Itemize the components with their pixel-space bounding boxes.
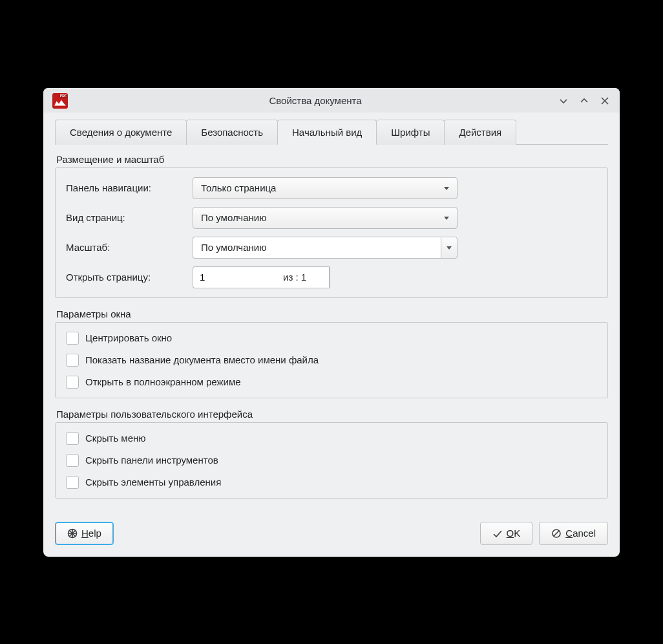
dialog-footer: Help OK Cancel [55,522,608,545]
chevron-up-icon [580,96,589,105]
chevron-down-icon [446,244,452,251]
group-label-ui: Параметры пользовательского интерфейса [56,409,608,420]
group-window: Центрировать окно Показать название доку… [55,322,608,398]
window-title: Свойства документа [73,95,558,106]
combo-zoom[interactable]: По умолчанию [193,237,458,259]
cancel-button[interactable]: Cancel [539,522,608,545]
combo-zoom-dropdown[interactable] [441,237,458,259]
svg-line-13 [554,531,559,536]
window-controls [558,95,611,107]
tab-document-info[interactable]: Сведения о документе [55,120,187,145]
checkbox-center-window[interactable] [66,332,79,345]
combo-page-layout[interactable]: По умолчанию [193,207,458,229]
chevron-down-icon [443,185,450,191]
group-label-layout: Размещение и масштаб [56,154,608,165]
chevron-down-icon [443,215,450,221]
minimize-button[interactable] [558,95,569,107]
app-icon [52,93,68,109]
label-hide-toolbars: Скрыть панели инструментов [85,455,218,466]
combo-page-layout-value: По умолчанию [201,212,266,223]
content-area: Сведения о документе Безопасность Началь… [43,113,620,557]
close-icon [600,96,609,105]
label-nav-panel: Панель навигации: [66,182,193,193]
checkbox-hide-toolbars[interactable] [66,454,79,467]
maximize-button[interactable] [578,95,590,107]
spin-open-page-input[interactable] [193,266,329,288]
help-button[interactable]: Help [55,522,114,545]
label-show-title: Показать название документа вместо имени… [85,354,319,365]
label-fullscreen: Открыть в полноэкранном режиме [85,376,241,387]
cancel-icon [551,528,562,539]
label-of-pages: из : 1 [283,272,306,283]
label-page-layout: Вид страниц: [66,212,193,223]
tab-bar: Сведения о документе Безопасность Началь… [55,119,608,145]
chevron-down-icon [559,96,568,105]
combo-nav-panel-value: Только страница [201,182,276,193]
svg-marker-4 [447,246,452,250]
dialog-window: Свойства документа Сведения о документе … [43,88,620,557]
checkbox-hide-controls[interactable] [66,476,79,489]
label-zoom: Масштаб: [66,242,193,253]
group-label-window: Параметры окна [56,308,608,319]
svg-marker-3 [444,217,449,220]
check-icon [492,528,503,539]
help-icon [67,528,78,539]
ok-button[interactable]: OK [480,522,533,545]
checkbox-hide-menu[interactable] [66,432,79,445]
label-hide-controls: Скрыть элементы управления [85,477,221,488]
tab-fonts[interactable]: Шрифты [376,120,445,145]
spin-open-page[interactable] [193,266,277,288]
combo-zoom-value[interactable]: По умолчанию [193,237,441,259]
combo-nav-panel[interactable]: Только страница [193,177,458,199]
ok-button-label: OK [507,528,521,539]
label-open-page: Открыть страницу: [66,272,193,283]
titlebar: Свойства документа [43,88,620,113]
close-button[interactable] [599,95,611,107]
tab-actions[interactable]: Действия [444,120,516,145]
label-hide-menu: Скрыть меню [85,433,146,444]
checkbox-show-title[interactable] [66,354,79,367]
group-ui: Скрыть меню Скрыть панели инструментов С… [55,422,608,499]
checkbox-fullscreen[interactable] [66,376,79,389]
svg-marker-2 [444,187,449,190]
group-layout: Панель навигации: Только страница Вид ст… [55,167,608,298]
help-button-label: Help [81,528,101,539]
tab-initial-view[interactable]: Начальный вид [277,120,377,145]
cancel-button-label: Cancel [565,528,596,539]
tab-security[interactable]: Безопасность [186,120,278,145]
label-center-window: Центрировать окно [85,332,172,343]
